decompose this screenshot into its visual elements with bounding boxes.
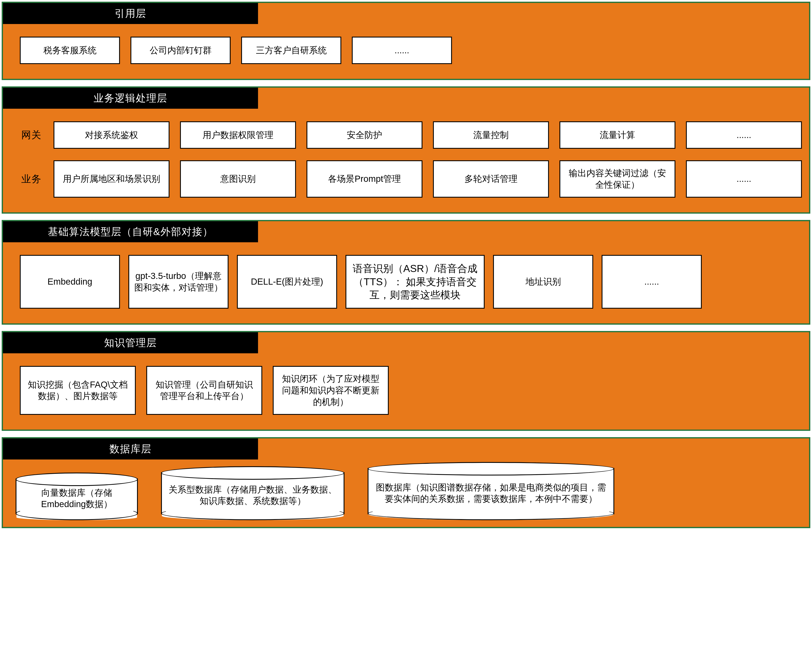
db-relational: 关系型数据库（存储用户数据、业务数据、知识库数据、系统数据等） <box>161 472 344 514</box>
db-relational-label: 关系型数据库（存储用户数据、业务数据、知识库数据、系统数据等） <box>161 472 344 514</box>
layer-db-title: 数据库层 <box>3 438 258 459</box>
box-intent: 意图识别 <box>180 160 296 198</box>
box-asr-tts: 语音识别（ASR）/语音合成（TTS）： 如果支持语音交互，则需要这些模块 <box>346 255 485 309</box>
layer-knowledge: 知识管理层 知识挖掘（包含FAQ\文档数据）、图片数据等 知识管理（公司自研知识… <box>2 331 810 431</box>
db-graph-text: 图数据库（知识图谱数据存储，如果是电商类似的项目，需要实体间的关系数据，需要该数… <box>375 482 607 505</box>
box-embedding: Embedding <box>20 255 120 309</box>
row: Embedding gpt-3.5-turbo（理解意图和实体，对话管理） DE… <box>20 255 792 309</box>
box-prompt-mgmt: 各场景Prompt管理 <box>306 160 422 198</box>
row-business: 业务 用户所属地区和场景识别 意图识别 各场景Prompt管理 多轮对话管理 输… <box>20 160 792 198</box>
layer-algo: 基础算法模型层（自研&外部对接） Embedding gpt-3.5-turbo… <box>2 220 810 325</box>
row: 知识挖掘（包含FAQ\文档数据）、图片数据等 知识管理（公司自研知识管理平台和上… <box>20 366 792 415</box>
layer-biz-title: 业务逻辑处理层 <box>3 88 258 109</box>
layer-ref-title: 引用层 <box>3 3 258 24</box>
row-gateway: 网关 对接系统鉴权 用户数据权限管理 安全防护 流量控制 流量计算 ...... <box>20 121 792 149</box>
box-dalle: DELL-E(图片处理) <box>237 255 337 309</box>
box-multi-turn: 多轮对话管理 <box>433 160 549 198</box>
box-dingding-group: 公司内部钉钉群 <box>131 37 231 64</box>
db-vector-label: 向量数据库（存储Embedding数据） <box>16 478 138 514</box>
box-ellipsis: ...... <box>686 160 802 198</box>
db-graph-label: 图数据库（知识图谱数据存储，如果是电商类似的项目，需要实体间的关系数据，需要该数… <box>368 468 614 514</box>
box-kw-filter: 输出内容关键词过滤（安全性保证） <box>559 160 675 198</box>
box-k-mgmt: 知识管理（公司自研知识管理平台和上传平台） <box>146 366 262 415</box>
layer-biz-body: 网关 对接系统鉴权 用户数据权限管理 安全防护 流量控制 流量计算 ......… <box>3 109 809 212</box>
layer-ref: 引用层 税务客服系统 公司内部钉钉群 三方客户自研系统 ...... <box>2 2 810 80</box>
box-security: 安全防护 <box>306 121 422 149</box>
layer-db: 数据库层 向量数据库（存储Embedding数据） 关系型数据库（存储用户数据、… <box>2 437 810 528</box>
box-k-loop: 知识闭环（为了应对模型问题和知识内容不断更新的机制） <box>273 366 389 415</box>
box-flow-ctrl: 流量控制 <box>433 121 549 149</box>
row-label-gateway: 网关 <box>20 121 43 149</box>
box-user-perm: 用户数据权限管理 <box>180 121 296 149</box>
layer-biz: 业务逻辑处理层 网关 对接系统鉴权 用户数据权限管理 安全防护 流量控制 流量计… <box>2 87 810 214</box>
box-flow-calc: 流量计算 <box>559 121 675 149</box>
box-region-scene: 用户所属地区和场景识别 <box>54 160 169 198</box>
box-thirdparty: 三方客户自研系统 <box>241 37 341 64</box>
box-tax-system: 税务客服系统 <box>20 37 120 64</box>
row: 税务客服系统 公司内部钉钉群 三方客户自研系统 ...... <box>20 37 792 64</box>
db-vector: 向量数据库（存储Embedding数据） <box>16 478 138 514</box>
layer-algo-title: 基础算法模型层（自研&外部对接） <box>3 221 258 242</box>
layer-algo-body: Embedding gpt-3.5-turbo（理解意图和实体，对话管理） DE… <box>3 242 809 323</box>
box-ellipsis: ...... <box>602 255 702 309</box>
layer-knowledge-body: 知识挖掘（包含FAQ\文档数据）、图片数据等 知识管理（公司自研知识管理平台和上… <box>3 353 809 430</box>
box-k-mining: 知识挖掘（包含FAQ\文档数据）、图片数据等 <box>20 366 136 415</box>
box-gpt: gpt-3.5-turbo（理解意图和实体，对话管理） <box>128 255 229 309</box>
box-address: 地址识别 <box>493 255 593 309</box>
box-auth: 对接系统鉴权 <box>54 121 169 149</box>
db-vector-text: 向量数据库（存储Embedding数据） <box>23 487 131 510</box>
box-ellipsis: ...... <box>352 37 452 64</box>
box-ellipsis: ...... <box>686 121 802 149</box>
db-graph: 图数据库（知识图谱数据存储，如果是电商类似的项目，需要实体间的关系数据，需要该数… <box>368 468 614 514</box>
db-relational-text: 关系型数据库（存储用户数据、业务数据、知识库数据、系统数据等） <box>168 484 337 507</box>
layer-ref-body: 税务客服系统 公司内部钉钉群 三方客户自研系统 ...... <box>3 24 809 79</box>
layer-knowledge-title: 知识管理层 <box>3 332 258 353</box>
row-label-business: 业务 <box>20 160 43 198</box>
layer-db-body: 向量数据库（存储Embedding数据） 关系型数据库（存储用户数据、业务数据、… <box>3 459 809 527</box>
